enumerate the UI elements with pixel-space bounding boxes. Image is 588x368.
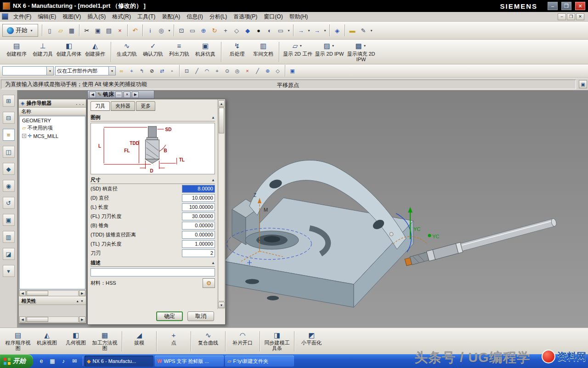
chevron-down-icon[interactable]: ▾ [167,29,171,33]
previous-selection-icon[interactable]: ↰ [137,67,146,75]
flute-length-field[interactable] [182,213,215,220]
collapse-icon[interactable]: ▲ [211,178,215,182]
generate-toolpath-button[interactable]: ∿ 生成刀轨 [114,40,140,63]
tab-holder[interactable]: 夹持器 [111,101,135,111]
tip-length-field[interactable] [182,240,215,248]
section-collapse-icons[interactable]: ▲ ▼ [76,299,84,303]
copy-icon[interactable]: ▣ [93,25,103,35]
roles-icon[interactable]: ◪ [3,248,15,260]
media-player-icon[interactable]: ♪ [59,356,68,366]
snap-endpoint-icon[interactable]: ╱ [192,67,201,75]
cut-icon[interactable]: ✂ [82,25,92,35]
cancel-button[interactable]: 取消 [187,311,214,321]
machine-tool-view-button[interactable]: ◭ 机床视图 [33,329,61,353]
composite-curve-button[interactable]: ∿ 复合曲线 [194,329,222,353]
sphere-icon[interactable]: ● [254,25,264,35]
navigator-hscrollbar[interactable]: ◀ ▶ [19,290,86,297]
dependencies-header[interactable]: 相关性 ▲ ▼ [19,297,86,305]
expand-icon[interactable]: + [22,134,26,138]
draft-button[interactable]: ◢ 拔模 [125,329,153,353]
undo-icon[interactable]: ↶ [130,25,140,35]
rendering-style-icon[interactable]: ▭ [276,25,286,35]
tree-item-mcs-mill[interactable]: + ✛ MCS_MILL [20,132,85,140]
constraint-navigator-icon[interactable]: ⊟ [3,112,15,124]
chevron-down-icon[interactable]: ▾ [363,44,367,48]
snap-point-on-face-icon[interactable]: ⊕ [263,67,272,75]
chevron-down-icon[interactable]: ▾ [299,44,303,48]
selection-scope-combo[interactable]: 仅在工作部件内部 ▾ [55,66,116,75]
shop-documentation-button[interactable]: ▥ 车间文档 [250,40,276,63]
menu-help[interactable]: 帮助(H) [286,12,311,22]
chevron-down-icon[interactable]: ▾ [46,67,53,75]
scroll-left-icon[interactable]: ◀ [19,316,26,322]
collapse-icon[interactable]: ▲ [211,261,215,265]
machine-simulation-button[interactable]: ▣ 机床仿真 [192,40,218,63]
tree-item-geometry[interactable]: GEOMETRY [20,116,85,124]
scroll-down-icon[interactable]: ▾ [3,265,15,277]
show-2d-workpiece-button[interactable]: ▱ ▾ 显示 2D 工件 [282,40,313,63]
taper-diameter-distance-field[interactable] [182,231,215,239]
collapse-down-icon[interactable]: ▼ [80,299,84,303]
create-program-button[interactable]: ▤ 创建程序 [4,40,29,63]
menu-information[interactable]: 信息(I) [183,12,206,22]
pan-icon[interactable]: + [220,25,231,35]
synchronous-modeling-button[interactable]: ◨ 同步建模工具条 [263,329,291,353]
snap-intersection-icon[interactable]: + [213,67,221,75]
selection-filter-combo[interactable]: ▾ [2,66,54,75]
menu-window[interactable]: 窗口(O) [260,12,286,22]
delete-icon[interactable]: × [115,25,125,35]
reuse-library-icon[interactable]: ◫ [3,146,15,158]
new-part-icon[interactable]: ▯ [45,25,55,35]
verify-toolpath-button[interactable]: ✓ 确认刀轨 [140,40,166,63]
highlight-chain-icon[interactable]: ∞ [117,67,126,75]
snap-arc-icon[interactable]: ◠ [203,67,211,75]
menu-assemblies[interactable]: 装配(A) [158,12,183,22]
operation-navigator-icon[interactable]: ≡ [3,129,15,141]
scrollbar-thumb[interactable] [27,291,48,296]
program-order-view-button[interactable]: ▤ 程序顺序视图 [4,329,32,353]
mail-icon[interactable]: ✉ [70,356,79,366]
snap-center-icon[interactable]: ⊙ [223,67,232,75]
scroll-up-icon[interactable]: ▲ [218,100,225,107]
scrollbar-track[interactable] [26,290,79,296]
chevron-down-icon[interactable]: ▾ [307,29,311,33]
assembly-navigator-icon[interactable]: ⊞ [3,95,15,107]
tree-item-unused[interactable]: ▱ 不使用的项 [20,124,85,132]
restore-button[interactable]: ❒ [561,2,571,10]
fit-view-icon[interactable]: ⊡ [176,25,187,35]
wcs-origin-ball[interactable] [390,232,393,236]
show-desktop-icon[interactable]: ▦ [48,356,57,366]
measure-icon[interactable]: ▬ [347,25,357,35]
taskbar-button-wps[interactable]: W WPS 文字 抢鲜版 ... [155,356,224,367]
menu-edit[interactable]: 编辑(E) [34,12,59,22]
process-studio-icon[interactable]: ▥ [3,231,15,243]
machining-method-view-button[interactable]: ▦ 加工方法视图 [90,329,119,353]
postprocess-button[interactable]: ↯ 后处理 [224,40,250,63]
name-column-header[interactable]: 名称 [19,108,86,115]
display-mode-icon[interactable]: ◎ [156,25,166,35]
tab-more[interactable]: 更多 [136,101,155,111]
annotate-icon[interactable]: ✎ [358,25,368,35]
chevron-down-icon[interactable]: ▾ [108,67,115,75]
dialog-forward-icon[interactable]: ▶ [132,92,139,98]
snap-bounded-plane-icon[interactable]: ◇ [273,67,282,75]
csys-icon[interactable]: ◈ [332,25,342,35]
web-browser-icon[interactable]: ◉ [3,180,15,192]
dependencies-hscrollbar[interactable]: ◀ ▶ [19,316,86,323]
mdi-minimize-button[interactable]: – [558,13,566,20]
window-forward-icon[interactable]: → [296,25,306,35]
scrollbar-thumb[interactable] [27,317,48,322]
window-next-icon[interactable]: → [312,25,322,35]
scroll-right-icon[interactable]: ▶ [79,290,85,296]
snap-midpoint-icon[interactable]: ⊡ [182,67,191,75]
description-section-header[interactable]: 描述 ▲ [90,259,215,267]
patch-opening-button[interactable]: ◠ 补片开口 [228,329,257,353]
chevron-down-icon[interactable]: ▾ [331,44,335,48]
scrollbar-track[interactable] [218,107,225,301]
start-menu-button[interactable]: 开始 ▾ [2,24,38,37]
collapse-icon[interactable]: ▲ [211,115,215,120]
material-library-button[interactable]: ⚙ [203,278,215,288]
save-icon[interactable]: ▦ [67,25,77,35]
snap-existing-point-icon[interactable]: × [243,67,252,75]
scrollbar-track[interactable] [26,316,79,322]
